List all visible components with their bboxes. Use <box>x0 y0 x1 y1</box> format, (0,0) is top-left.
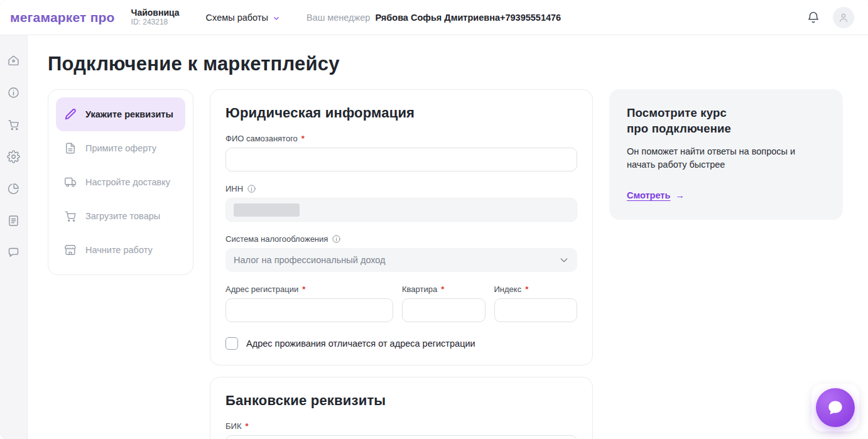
bik-label: БИК * <box>225 421 577 431</box>
legal-info-card: Юридическая информация ФИО самозанятого … <box>210 89 593 366</box>
sidebar-item-orders[interactable] <box>5 116 23 133</box>
chat-bubble-icon <box>826 398 845 417</box>
profile-button[interactable] <box>833 7 854 28</box>
step-label: Начните работу <box>85 245 153 255</box>
chevron-down-icon <box>559 255 569 265</box>
home-icon <box>7 54 20 67</box>
bank-details-card: Банковские реквизиты БИК * <box>210 377 593 439</box>
tax-system-select[interactable]: Налог на профессиональный доход <box>225 248 577 272</box>
brand-logo: мегамаркет про <box>10 10 115 25</box>
company-id: ID: 243218 <box>131 18 180 27</box>
tax-system-value: Налог на профессиональный доход <box>234 255 386 265</box>
different-address-label: Адрес проживания отличается от адреса ре… <box>246 339 475 349</box>
promo-body: Он поможет найти ответы на вопросы и нач… <box>627 145 825 171</box>
bell-icon <box>806 11 820 24</box>
different-address-row: Адрес проживания отличается от адреса ре… <box>225 337 577 350</box>
fio-input[interactable] <box>225 148 577 171</box>
apartment-label: Квартира * <box>402 285 486 294</box>
zip-label: Индекс * <box>494 285 578 294</box>
info-icon <box>7 86 20 99</box>
sidebar-item-chat[interactable] <box>5 244 23 261</box>
step-requisites[interactable]: Укажите реквизиты <box>56 97 185 131</box>
promo-title: Посмотрите курс про подключение <box>627 106 825 137</box>
inn-label: ИНН <box>225 184 577 193</box>
company-name: Чайовница <box>131 8 180 18</box>
work-schemes-dropdown[interactable]: Схемы работы <box>206 13 280 23</box>
step-start: Начните работу <box>56 233 185 267</box>
storefront-icon <box>63 243 77 257</box>
sidebar-item-analytics[interactable] <box>5 180 23 197</box>
sidebar-item-settings[interactable] <box>5 148 23 165</box>
fio-label: ФИО самозанятого * <box>225 134 577 143</box>
support-chat-button[interactable] <box>816 388 855 427</box>
notifications-button[interactable] <box>804 8 823 27</box>
page-title: Подключение к маркетплейсу <box>48 53 868 75</box>
pie-chart-icon <box>7 182 20 195</box>
step-products: Загрузите товары <box>56 199 185 233</box>
manager-block: Ваш менеджер Рябова Софья Дмитриевна+793… <box>307 13 561 23</box>
legal-info-title: Юридическая информация <box>225 105 577 121</box>
main-area: Подключение к маркетплейсу Укажите рекви… <box>28 35 868 439</box>
left-sidebar <box>0 35 28 439</box>
step-offer: Примите оферту <box>56 131 185 165</box>
apartment-input[interactable] <box>402 298 486 322</box>
forms-column: Юридическая информация ФИО самозанятого … <box>210 89 593 439</box>
required-asterisk: * <box>525 285 528 294</box>
onboarding-stepper: Укажите реквизиты Примите оферту <box>48 89 193 275</box>
watch-course-link[interactable]: Смотреть → <box>627 190 685 200</box>
sidebar-item-info[interactable] <box>5 84 23 101</box>
sidebar-item-home[interactable] <box>5 51 23 69</box>
bik-input[interactable] <box>225 435 577 439</box>
chevron-down-icon <box>273 14 280 22</box>
sidebar-item-documents[interactable] <box>5 212 23 229</box>
required-asterisk: * <box>245 421 248 431</box>
manager-name: Рябова Софья Дмитриевна+79395551476 <box>375 13 561 23</box>
inn-hidden-value <box>234 203 300 217</box>
file-text-icon <box>63 141 77 155</box>
arrow-right-icon: → <box>675 190 685 200</box>
step-label: Примите оферту <box>85 143 156 153</box>
step-label: Укажите реквизиты <box>85 109 173 119</box>
cart-icon <box>63 209 77 223</box>
truck-icon <box>63 175 77 189</box>
step-delivery: Настройте доставку <box>56 165 185 199</box>
work-schemes-label: Схемы работы <box>206 13 268 23</box>
documents-icon <box>7 214 20 227</box>
required-asterisk: * <box>301 134 305 143</box>
required-asterisk: * <box>302 285 305 294</box>
tax-system-label: Система налогообложения <box>225 234 577 244</box>
settings-gear-icon <box>7 150 20 163</box>
address-label: Адрес регистрации * <box>225 285 393 294</box>
user-avatar-icon <box>837 11 850 24</box>
step-label: Настройте доставку <box>85 177 170 187</box>
different-address-checkbox[interactable] <box>225 337 238 350</box>
chat-icon <box>7 246 20 259</box>
company-block: Чайовница ID: 243218 <box>131 8 180 27</box>
app-window: мегамаркет про Чайовница ID: 243218 Схем… <box>0 0 868 439</box>
pencil-icon <box>63 107 77 121</box>
zip-input[interactable] <box>494 298 578 322</box>
info-icon <box>332 234 341 244</box>
bank-details-title: Банковские реквизиты <box>225 393 577 409</box>
chat-widget-container <box>811 384 859 431</box>
manager-label: Ваш менеджер <box>307 13 370 23</box>
top-header: мегамаркет про Чайовница ID: 243218 Схем… <box>0 0 868 35</box>
address-input[interactable] <box>225 298 393 322</box>
inn-input <box>225 198 577 222</box>
course-promo-card: Посмотрите курс про подключение Он помож… <box>609 89 843 220</box>
step-label: Загрузите товары <box>85 211 160 221</box>
required-asterisk: * <box>441 285 444 294</box>
cart-icon <box>7 118 20 131</box>
info-icon <box>247 184 256 193</box>
